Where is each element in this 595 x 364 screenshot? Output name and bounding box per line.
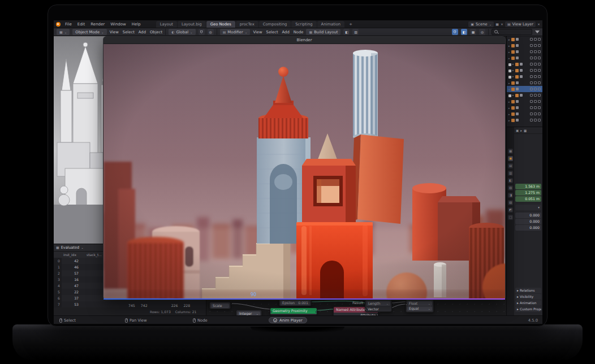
snap-magnet-toggle[interactable]: Ω xyxy=(199,29,205,35)
disable-viewport-toggle-icon[interactable] xyxy=(534,69,537,72)
disable-render-toggle-icon[interactable] xyxy=(538,106,541,109)
anim-player-job[interactable]: × Anim Player xyxy=(269,317,307,323)
hide-viewport-toggle-icon[interactable] xyxy=(530,100,533,103)
disclosure-icon[interactable]: ▸ xyxy=(508,57,510,60)
disclosure-icon[interactable]: ▸ xyxy=(508,119,510,122)
disable-viewport-toggle-icon[interactable] xyxy=(534,57,537,59)
outliner-row[interactable]: ▸ xyxy=(507,92,542,98)
viewport-menu-item[interactable]: View xyxy=(110,30,119,34)
outliner-row[interactable]: ▸ xyxy=(507,105,542,111)
outliner-row[interactable]: ▸ xyxy=(507,86,542,92)
disable-render-toggle-icon[interactable] xyxy=(538,100,541,103)
build-layout-button[interactable]: ▦ Build Layout xyxy=(306,29,340,35)
menu-item[interactable]: Help xyxy=(129,22,144,27)
disable-render-toggle-icon[interactable] xyxy=(538,63,541,66)
disable-viewport-toggle-icon[interactable] xyxy=(534,88,537,90)
disable-render-toggle-icon[interactable] xyxy=(538,81,541,84)
disable-viewport-toggle-icon[interactable] xyxy=(534,106,537,109)
workspace-tab[interactable]: Geo Nodes xyxy=(206,21,235,28)
outliner-row[interactable]: ▸ xyxy=(507,42,542,49)
workspace-tab[interactable]: procTex xyxy=(236,21,258,28)
node-option-toggle-2[interactable]: ▥ xyxy=(352,29,359,35)
viewport-menu-item[interactable]: Object xyxy=(150,30,162,34)
outliner-row[interactable]: ▸ xyxy=(507,49,542,55)
cancel-job-icon[interactable]: × xyxy=(273,318,277,322)
hide-viewport-toggle-icon[interactable] xyxy=(530,44,533,47)
remove-view-layer-icon[interactable]: × xyxy=(537,21,540,27)
node-menu-item[interactable]: Node xyxy=(294,30,304,34)
disable-render-toggle-icon[interactable] xyxy=(538,44,541,47)
hide-viewport-toggle-icon[interactable] xyxy=(530,88,533,90)
disable-render-toggle-icon[interactable] xyxy=(538,112,541,115)
outliner-row[interactable]: ▸ xyxy=(507,80,542,86)
disable-viewport-toggle-icon[interactable] xyxy=(534,44,537,47)
properties-tab-icon[interactable]: ▥ xyxy=(508,171,513,176)
workspace-tab[interactable]: Scripting xyxy=(291,21,316,28)
disclosure-icon[interactable]: ▸ xyxy=(508,50,510,54)
outliner-row[interactable]: ▸ xyxy=(507,117,542,123)
window-title[interactable]: Blender xyxy=(104,37,505,44)
rotation-mode-dropdown[interactable]: ▾ xyxy=(515,205,541,210)
overlays-toggle-active[interactable]: ◧ xyxy=(461,29,467,35)
properties-section[interactable]: ▸ Custom Properties xyxy=(515,306,541,312)
disable-render-toggle-icon[interactable] xyxy=(538,57,541,59)
hide-viewport-toggle-icon[interactable] xyxy=(530,50,533,53)
hide-viewport-toggle-icon[interactable] xyxy=(530,119,533,122)
value-field[interactable]: 0.000 xyxy=(515,213,541,218)
hide-viewport-toggle-icon[interactable] xyxy=(530,94,533,97)
disclosure-icon[interactable]: ▸ xyxy=(508,38,510,41)
hide-viewport-toggle-icon[interactable] xyxy=(530,38,533,41)
node-menu-item[interactable]: View xyxy=(253,30,262,34)
outliner-row[interactable]: ▸ xyxy=(507,98,542,105)
dimension-field[interactable]: 1.563 m xyxy=(515,184,541,189)
disclosure-icon[interactable]: ▸ xyxy=(508,62,514,66)
shading-toggle[interactable]: ◎ xyxy=(479,29,485,35)
outliner-row[interactable]: ▸ xyxy=(507,111,542,117)
dimension-field[interactable]: 0.051 m xyxy=(515,196,541,202)
hide-viewport-toggle-icon[interactable] xyxy=(530,106,533,109)
hide-viewport-toggle-icon[interactable] xyxy=(530,57,533,59)
disable-render-toggle-icon[interactable] xyxy=(538,119,541,122)
column-header[interactable]: inst_idx xyxy=(62,253,83,257)
view-layer-selector[interactable]: ▤ View Layer xyxy=(505,21,536,27)
dataset-selector[interactable]: Evaluated xyxy=(61,245,80,250)
hide-viewport-toggle-icon[interactable] xyxy=(530,69,533,72)
filter-funnel-icon[interactable] xyxy=(535,31,540,33)
properties-tab-icon[interactable]: ◧ xyxy=(508,178,513,183)
node-length[interactable]: Length ⌄ Vector xyxy=(365,300,392,312)
xray-toggle[interactable]: ▦ xyxy=(470,29,476,35)
properties-tab-icon[interactable]: □ xyxy=(508,215,513,220)
disclosure-icon[interactable]: ▸ xyxy=(508,68,514,72)
properties-tab-icon[interactable]: ◩ xyxy=(508,207,513,213)
outliner-row[interactable]: ▸ xyxy=(507,55,542,61)
disable-viewport-toggle-icon[interactable] xyxy=(534,63,537,66)
disable-render-toggle-icon[interactable] xyxy=(538,88,541,90)
workspace-tab[interactable]: Layout xyxy=(156,21,177,28)
properties-tab-icon[interactable]: ▦ xyxy=(508,149,513,154)
node-epsilon-field[interactable]: Epsilon 0.001 xyxy=(279,299,312,306)
editor-type-selector[interactable]: ▦ ⌄ xyxy=(57,29,70,35)
viewport-menu-item[interactable]: Add xyxy=(139,30,146,34)
mode-selector[interactable]: Object Mode ⌄ xyxy=(72,29,106,35)
new-scene-icon[interactable]: ▦ xyxy=(495,21,499,27)
snapping-toggle-active[interactable]: Ω xyxy=(452,29,458,35)
disclosure-icon[interactable]: ▸ xyxy=(508,100,510,103)
disclosure-icon[interactable]: ▸ xyxy=(508,93,514,97)
properties-tab-icon[interactable]: ▧ xyxy=(508,185,513,190)
menu-item[interactable]: Render xyxy=(88,22,107,27)
properties-section[interactable]: ▸ Relations xyxy=(515,288,541,293)
properties-tab-icon[interactable]: ◨ xyxy=(508,193,513,198)
hide-viewport-toggle-icon[interactable] xyxy=(530,75,533,78)
properties-tab-icon[interactable]: ▤ xyxy=(508,163,513,168)
properties-tab-icon[interactable]: ▣ xyxy=(508,156,513,161)
outliner-row[interactable]: ▸ xyxy=(507,73,542,80)
scene-selector[interactable]: ▣ Scene ⌄ xyxy=(468,21,494,27)
hide-viewport-toggle-icon[interactable] xyxy=(530,112,533,115)
node-menu-item[interactable]: Select xyxy=(266,30,278,34)
outliner-row[interactable]: ▸ xyxy=(507,67,542,73)
disable-viewport-toggle-icon[interactable] xyxy=(534,38,537,41)
node-compare[interactable]: Float ⌄ Equal ⌄ xyxy=(406,300,434,313)
properties-panel[interactable]: ▦▣▤▥◧▧◨▨◩□ ▣ ▸ ▦ 1.563 m1.275 m0.051 m ▾ xyxy=(506,127,542,315)
disable-viewport-toggle-icon[interactable] xyxy=(534,112,537,115)
disable-render-toggle-icon[interactable] xyxy=(538,38,541,41)
